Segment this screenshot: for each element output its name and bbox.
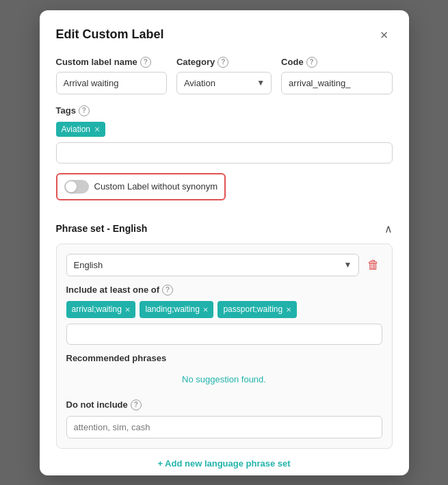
- phrase-set-box: English Spanish French German ▼ 🗑 Includ…: [56, 244, 393, 449]
- tag-aviation-text: Aviation: [62, 124, 90, 134]
- tags-input[interactable]: [56, 142, 393, 163]
- collapse-icon[interactable]: ∧: [384, 222, 393, 235]
- synonym-row: Custom Label without synonym: [56, 173, 393, 211]
- phrase-tag-landing-waiting-remove[interactable]: ×: [203, 304, 209, 315]
- tag-aviation: Aviation ×: [56, 122, 106, 137]
- code-label: Code ?: [281, 57, 392, 68]
- language-row: English Spanish French German ▼ 🗑: [66, 254, 382, 276]
- phrase-set-section: Phrase set - English ∧ English Spanish F…: [56, 222, 393, 449]
- add-language-link[interactable]: + Add new language phrase set: [56, 458, 393, 469]
- synonym-toggle-track[interactable]: [64, 180, 89, 194]
- delete-language-button[interactable]: 🗑: [365, 255, 382, 275]
- tags-help-icon[interactable]: ?: [79, 105, 90, 116]
- phrase-tag-passport-waiting-text: passport;waiting: [223, 304, 282, 314]
- edit-custom-label-modal: Edit Custom Label × Custom label name ? …: [40, 10, 409, 475]
- category-label: Category ?: [176, 57, 272, 68]
- category-help-icon[interactable]: ?: [218, 57, 228, 68]
- close-button[interactable]: ×: [376, 27, 393, 43]
- language-select-wrapper: English Spanish French German ▼: [66, 254, 359, 276]
- name-input[interactable]: [56, 72, 167, 94]
- category-select-wrapper: Aviation General Travel ▼: [176, 72, 272, 94]
- recommended-title: Recommended phrases: [66, 353, 382, 363]
- do-not-include-input[interactable]: [66, 416, 382, 438]
- tags-container: Aviation ×: [56, 122, 393, 137]
- phrase-set-title: Phrase set - English: [56, 223, 148, 234]
- phrase-tag-arrival-waiting-text: arrival;waiting: [72, 304, 122, 314]
- category-group: Category ? Aviation General Travel ▼: [176, 57, 272, 94]
- do-not-include-label: Do not include ?: [66, 399, 382, 410]
- recommended-section: Recommended phrases No suggestion found.: [66, 353, 382, 390]
- phrase-set-header: Phrase set - English ∧: [56, 222, 393, 235]
- code-input[interactable]: [281, 72, 392, 94]
- synonym-checkbox-row: Custom Label without synonym: [56, 173, 226, 200]
- modal-title: Edit Custom Label: [56, 27, 164, 42]
- phrase-tag-passport-waiting-remove[interactable]: ×: [286, 304, 291, 315]
- category-select[interactable]: Aviation General Travel: [176, 72, 272, 94]
- phrase-tag-arrival-waiting: arrival;waiting ×: [66, 301, 136, 318]
- tags-section: Tags ? Aviation ×: [56, 105, 393, 163]
- phrase-input[interactable]: [66, 324, 382, 345]
- code-help-icon[interactable]: ?: [306, 57, 317, 68]
- top-fields-row: Custom label name ? Category ? Aviation …: [56, 57, 393, 94]
- include-label: Include at least one of ?: [66, 285, 382, 296]
- synonym-label: Custom Label without synonym: [94, 181, 218, 192]
- code-group: Code ?: [281, 57, 392, 94]
- phrase-tags: arrival;waiting × landing;waiting × pass…: [66, 301, 382, 318]
- phrase-tag-arrival-waiting-remove[interactable]: ×: [125, 304, 131, 315]
- tags-label: Tags ?: [56, 105, 393, 116]
- language-select[interactable]: English Spanish French German: [66, 254, 359, 276]
- phrase-tag-passport-waiting: passport;waiting ×: [218, 301, 296, 318]
- phrase-tag-landing-waiting-text: landing;waiting: [145, 304, 199, 314]
- name-label: Custom label name ?: [56, 57, 167, 68]
- tag-aviation-remove[interactable]: ×: [94, 124, 100, 134]
- name-help-icon[interactable]: ?: [140, 57, 151, 68]
- do-not-include-help-icon[interactable]: ?: [131, 399, 142, 410]
- synonym-toggle[interactable]: [64, 180, 89, 194]
- include-help-icon[interactable]: ?: [162, 285, 173, 296]
- phrase-tag-landing-waiting: landing;waiting ×: [140, 301, 213, 318]
- name-group: Custom label name ?: [56, 57, 167, 94]
- modal-header: Edit Custom Label ×: [56, 27, 393, 43]
- no-suggestion-text: No suggestion found.: [66, 369, 382, 390]
